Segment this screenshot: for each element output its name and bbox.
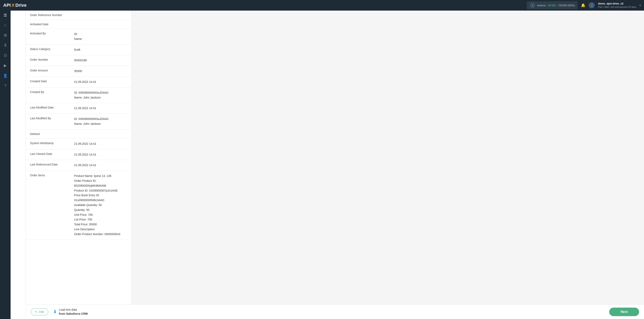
avatar: 👤 bbox=[588, 2, 595, 8]
info-icon[interactable]: i bbox=[530, 2, 535, 8]
chevron-down-icon[interactable]: ▾ bbox=[640, 4, 641, 7]
sidebar-item-help[interactable]: ? bbox=[0, 81, 10, 91]
sidebar-item-media[interactable]: ▶ bbox=[0, 60, 10, 71]
hamburger-menu[interactable]: ☰ bbox=[0, 10, 10, 20]
row-label: Deleted bbox=[26, 129, 70, 138]
row-label: Order Amount bbox=[26, 66, 70, 77]
hamburger-icon[interactable]: ☰ bbox=[4, 13, 7, 18]
footer-bar: ✎ Edit ⬇ Load test data from Salesforce … bbox=[26, 304, 644, 319]
row-value: 21.09.2022 14:41 bbox=[70, 149, 131, 160]
sidebar-item-profile[interactable]: 👤 bbox=[0, 71, 10, 81]
row-value: 21.09.2022 14:41 bbox=[70, 76, 131, 87]
load-text: Load test data from Salesforce CRM bbox=[59, 308, 88, 316]
row-value bbox=[70, 20, 131, 29]
row-value: ID:Name: bbox=[70, 29, 131, 44]
table-row: Activated Date bbox=[26, 20, 131, 29]
sidebar-item-tasks[interactable]: ⊡ bbox=[0, 50, 10, 60]
actions-count: 25'151 bbox=[548, 4, 556, 7]
row-value: Product Name: Ipone 13, 128Order Product… bbox=[70, 171, 131, 240]
table-row: Deleted bbox=[26, 129, 131, 138]
row-value: 21.09.2022 14:41 bbox=[70, 103, 131, 114]
row-label: System Modstamp bbox=[26, 138, 70, 149]
sidebar: ☰ ⌂ ⊞ $ ⊡ ▶ 👤 ? bbox=[0, 10, 10, 319]
row-label: Last Modified By bbox=[26, 114, 70, 130]
content-area: Order Reference NumberActivated DateActi… bbox=[26, 10, 131, 319]
notification-bell-icon[interactable]: 🔔 bbox=[581, 3, 585, 8]
header: APIXDrive i Actions: 25'151 / 50'000 (50… bbox=[0, 0, 644, 10]
logo-api: API bbox=[3, 3, 11, 8]
row-value: ID: 00509000006SaJDAA0Name: John Jackson bbox=[70, 87, 131, 103]
table-row: Order Reference Number bbox=[26, 10, 131, 20]
table-row: Last Modified Date21.09.2022 14:41 bbox=[26, 103, 131, 114]
data-table: Order Reference NumberActivated DateActi… bbox=[26, 10, 131, 240]
row-label: Created Date bbox=[26, 76, 70, 87]
edit-button[interactable]: ✎ Edit bbox=[31, 308, 48, 315]
header-right: 🔔 👤 demo_apix-drive_s2 Plan | Start | le… bbox=[581, 2, 641, 9]
table-row: Activated ByID:Name: bbox=[26, 29, 131, 44]
row-value: ID: 00509000006SaJDAA0Name: John Jackson bbox=[70, 114, 131, 130]
table-row: Created ByID: 00509000006SaJDAA0Name: Jo… bbox=[26, 87, 131, 103]
row-value: 21.09.2022 14:41 bbox=[70, 138, 131, 149]
actions-label: Actions: bbox=[537, 4, 546, 7]
load-test-data-button[interactable]: ⬇ Load test data from Salesforce CRM bbox=[53, 308, 88, 316]
next-button[interactable]: Next bbox=[609, 308, 639, 316]
row-label: Created By bbox=[26, 87, 70, 103]
table-row: Last Referenced Date21.09.2022 14:41 bbox=[26, 160, 131, 171]
left-panel bbox=[10, 10, 26, 319]
row-value: 35000 bbox=[70, 66, 131, 77]
row-value bbox=[70, 10, 131, 20]
row-value: Draft bbox=[70, 44, 131, 55]
logo-x: X bbox=[12, 3, 15, 8]
row-label: Activated Date bbox=[26, 20, 70, 29]
row-value bbox=[70, 129, 131, 138]
row-label: Last Viewed Date bbox=[26, 149, 70, 160]
table-row: Order Amount35000 bbox=[26, 66, 131, 77]
user-info: demo_apix-drive_s2 Plan | Start | left u… bbox=[598, 2, 636, 9]
sidebar-item-billing[interactable]: $ bbox=[0, 40, 10, 50]
table-row: Order Number00000188 bbox=[26, 55, 131, 66]
table-row: Created Date21.09.2022 14:41 bbox=[26, 76, 131, 87]
user-plan: Plan | Start | left until payment 29 day… bbox=[598, 6, 636, 8]
actions-box: i Actions: 25'151 / 50'000 (50%) bbox=[527, 1, 578, 9]
actions-total: / 50'000 (50%) bbox=[558, 4, 575, 7]
download-icon: ⬇ bbox=[53, 309, 57, 314]
sidebar-item-diagram[interactable]: ⊞ bbox=[0, 30, 10, 40]
user-name: demo_apix-drive_s2 bbox=[598, 2, 636, 6]
row-value: 00000188 bbox=[70, 55, 131, 66]
row-label: Last Modified Date bbox=[26, 103, 70, 114]
row-label: Order Number bbox=[26, 55, 70, 66]
logo: APIXDrive bbox=[3, 3, 26, 8]
row-label: Order Reference Number bbox=[26, 10, 70, 20]
table-row: Status CategoryDraft bbox=[26, 44, 131, 55]
sidebar-item-home[interactable]: ⌂ bbox=[0, 20, 10, 30]
table-row: System Modstamp21.09.2022 14:41 bbox=[26, 138, 131, 149]
edit-label: Edit bbox=[39, 310, 44, 314]
logo-drive: Drive bbox=[15, 3, 26, 8]
edit-icon: ✎ bbox=[35, 310, 38, 314]
row-label: Order Items bbox=[26, 171, 70, 240]
row-label: Status Category bbox=[26, 44, 70, 55]
row-label: Last Referenced Date bbox=[26, 160, 70, 171]
row-value: 21.09.2022 14:41 bbox=[70, 160, 131, 171]
load-label: Load test data bbox=[59, 308, 88, 312]
row-label: Activated By bbox=[26, 29, 70, 44]
table-row: Last Viewed Date21.09.2022 14:41 bbox=[26, 149, 131, 160]
table-row: Order ItemsProduct Name: Ipone 13, 128Or… bbox=[26, 171, 131, 240]
table-row: Last Modified ByID: 00509000006SaJDAA0Na… bbox=[26, 114, 131, 130]
load-source: from Salesforce CRM bbox=[59, 312, 88, 316]
